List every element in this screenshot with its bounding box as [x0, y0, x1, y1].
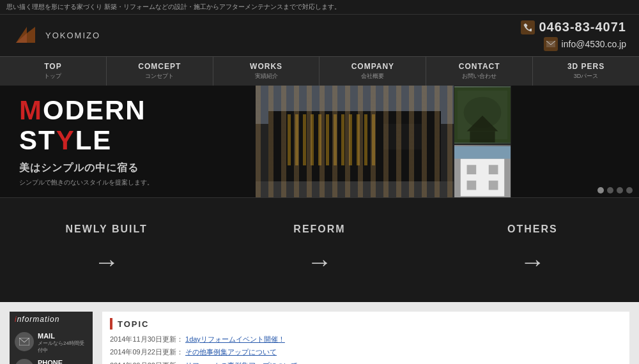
hero-side-image-top	[454, 86, 511, 144]
category-others-title: OTHERS	[433, 224, 633, 235]
nav-item-company[interactable]: COMPANY 会社概要	[320, 57, 426, 86]
topic-item-3: 2014年09月22日更新： リフォームの事例集アップについて	[110, 361, 622, 364]
categories-section: NEWLY BUILT → REFORM → OTHERS →	[0, 197, 639, 302]
slideshow-dots	[597, 187, 633, 193]
sidebar-mail-info: MAIL メールなら24時間受付中	[38, 332, 88, 354]
topic-link-1[interactable]: 1dayリフォームイベント開催！	[185, 335, 285, 343]
svg-rect-29	[489, 165, 498, 174]
header: YOKOMIZO 0463-83-4071 info@4530.co.jp	[0, 15, 639, 56]
sidebar-mail-icon	[15, 332, 34, 351]
sidebar-phone-row: PHONE 0463-83-4071	[15, 359, 88, 364]
nav-contact-main: CONTACT	[429, 62, 529, 71]
hero-red-y: Y	[56, 125, 75, 155]
contact-area: 0463-83-4071 info@4530.co.jp	[521, 20, 626, 51]
nav-contact-sub: お問い合わせ	[429, 72, 529, 80]
hero-images	[256, 86, 639, 197]
topic-date-3: 2014年09月22日更新：	[110, 361, 183, 364]
navigation: TOP トップ COMCEPT コンセプト WORKS 実績紹介 COMPANY…	[0, 56, 639, 86]
svg-rect-4	[256, 86, 454, 197]
logo-area: YOKOMIZO	[13, 24, 100, 48]
sidebar-mail-row: MAIL メールなら24時間受付中	[15, 332, 88, 354]
nav-company-main: COMPANY	[323, 62, 422, 71]
category-others[interactable]: OTHERS →	[426, 217, 639, 283]
info-text: nformation	[17, 315, 60, 324]
dot-3[interactable]	[617, 187, 623, 193]
contact-phone: 0463-83-4071	[521, 20, 626, 34]
sidebar-phone-icon	[15, 359, 34, 364]
mail-icon	[544, 37, 558, 51]
top-bar: 思い描く理想を形にする家づくり 新築・リフォームなどの設計・施工からアフターメン…	[0, 0, 639, 15]
phone-icon	[521, 20, 535, 34]
sidebar-mail-sub: メールなら24時間受付中	[38, 340, 88, 354]
category-others-arrow: →	[433, 248, 633, 277]
nav-comcept-main: COMCEPT	[110, 62, 210, 71]
nav-company-sub: 会社概要	[323, 72, 422, 80]
svg-rect-11	[318, 114, 321, 165]
svg-rect-17	[364, 114, 367, 165]
category-reform[interactable]: REFORM →	[213, 217, 426, 283]
hero-le: LE	[75, 125, 112, 155]
hero-section: MODERN STYLE 美はシンプルの中に宿る シンプルで飽きのないスタイルを…	[0, 86, 639, 197]
category-newly-built-title: NEWLY BUILT	[6, 224, 206, 235]
logo-text: YOKOMIZO	[45, 31, 100, 40]
hero-side-image-bottom	[454, 144, 511, 197]
hero-side-images	[454, 86, 511, 197]
nav-3dpers-main: 3D PERS	[536, 62, 636, 71]
hero-red-m: M	[19, 95, 43, 125]
topic-header: TOPIC	[110, 318, 622, 330]
hero-description: シンプルで飽きのないスタイルを提案します。	[19, 178, 236, 187]
svg-rect-9	[303, 114, 306, 165]
svg-rect-28	[467, 165, 477, 174]
sidebar-contact-block: MAIL メールなら24時間受付中 PHONE 0463-83-4071	[10, 327, 93, 364]
top-bar-message: 思い描く理想を形にする家づくり 新築・リフォームなどの設計・施工からアフターメン…	[6, 3, 341, 10]
hero-title: MODERN STYLE	[19, 96, 236, 155]
svg-rect-8	[295, 114, 298, 165]
svg-rect-32	[454, 146, 511, 159]
mail-address: info@4530.co.jp	[562, 39, 626, 49]
nav-item-top[interactable]: TOP トップ	[0, 57, 107, 86]
nav-item-comcept[interactable]: COMCEPT コンセプト	[107, 57, 213, 86]
topic-header-bar	[110, 318, 112, 330]
svg-rect-10	[311, 114, 314, 165]
topic-link-3[interactable]: リフォームの事例集アップについて	[185, 361, 298, 364]
nav-item-3dpers[interactable]: 3D PERS 3Dパース	[533, 57, 639, 86]
svg-rect-25	[470, 131, 495, 142]
nav-works-main: WORKS	[217, 62, 316, 71]
nav-comcept-sub: コンセプト	[110, 72, 210, 80]
hero-st: ST	[19, 125, 56, 155]
building-facade	[256, 86, 454, 197]
topic-item-2: 2014年09月22日更新： その他事例集アップについて	[110, 347, 622, 357]
sidebar-phone-info: PHONE 0463-83-4071	[38, 359, 88, 364]
svg-rect-14	[341, 114, 344, 165]
svg-rect-16	[357, 114, 360, 165]
svg-rect-6	[268, 111, 441, 197]
category-newly-built[interactable]: NEWLY BUILT →	[0, 217, 213, 283]
category-newly-built-arrow: →	[6, 248, 206, 277]
right-content: TOPIC 2014年11月30日更新： 1dayリフォームイベント開催！ 20…	[102, 312, 629, 364]
phone-number: 0463-83-4071	[539, 20, 626, 34]
svg-rect-13	[334, 114, 337, 165]
nav-item-contact[interactable]: CONTACT お問い合わせ	[426, 57, 533, 86]
nav-3dpers-sub: 3Dパース	[536, 72, 636, 80]
topic-date-2: 2014年09月22日更新：	[110, 348, 183, 356]
logo-icon	[13, 24, 42, 48]
sidebar: information MAIL メールなら24時間受付中	[10, 312, 93, 364]
dot-2[interactable]	[607, 187, 613, 193]
svg-rect-31	[489, 181, 498, 190]
topic-section: TOPIC 2014年11月30日更新： 1dayリフォームイベント開催！ 20…	[102, 312, 629, 364]
topic-item-1: 2014年11月30日更新： 1dayリフォームイベント開催！	[110, 335, 622, 344]
svg-rect-12	[326, 114, 329, 165]
hero-main-image	[256, 86, 454, 197]
dot-4[interactable]	[626, 187, 633, 193]
contact-mail: info@4530.co.jp	[521, 37, 626, 51]
nav-top-sub: トップ	[3, 72, 103, 80]
topic-link-2[interactable]: その他事例集アップについて	[185, 348, 277, 356]
svg-rect-15	[349, 114, 352, 165]
hero-subtitle: 美はシンプルの中に宿る	[19, 162, 236, 175]
dot-1[interactable]	[597, 187, 604, 193]
category-reform-arrow: →	[219, 248, 419, 277]
nav-item-works[interactable]: WORKS 実績紹介	[213, 57, 320, 86]
sidebar-mail-label: MAIL	[38, 332, 88, 340]
sidebar-phone-label: PHONE	[38, 359, 88, 364]
svg-rect-18	[372, 114, 375, 165]
